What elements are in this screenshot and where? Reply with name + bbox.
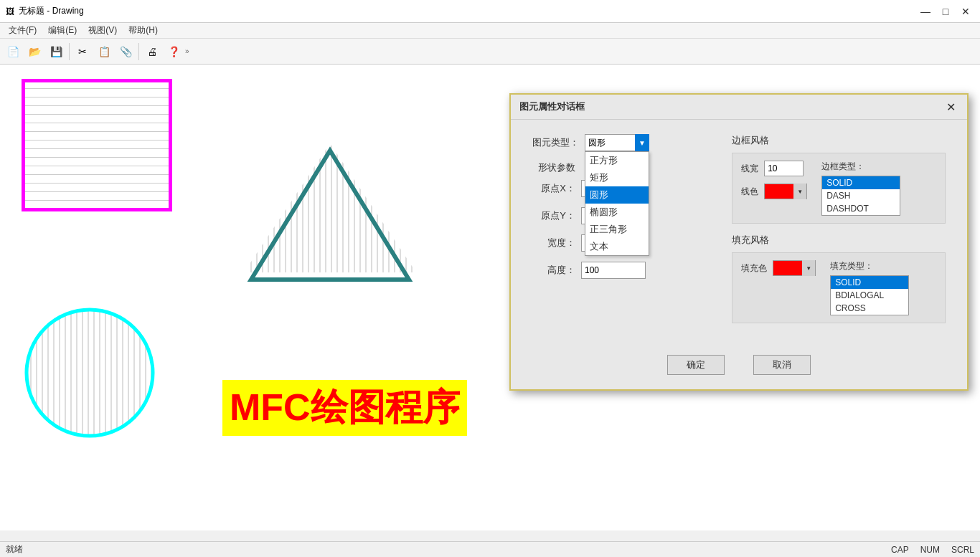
dialog-titlebar: 图元属性对话框 ✕ <box>511 95 967 120</box>
window-title: 无标题 - Drawing <box>19 5 84 17</box>
height-input[interactable] <box>581 262 646 279</box>
cancel-button[interactable]: 取消 <box>753 355 811 375</box>
toolbar-sep-1 <box>69 43 70 60</box>
toolbar-save[interactable]: 💾 <box>46 42 66 62</box>
fill-style-section: 填充色 ▼ 填充类型： SOLID BDIALOGAL CROSS <box>732 252 946 323</box>
dd-circle[interactable]: 圆形 <box>585 186 649 204</box>
toolbar: 📄 📂 💾 ✂ 📋 📎 🖨 ❓ » <box>0 39 980 65</box>
height-row: 高度： <box>532 262 710 279</box>
origin-y-label: 原点Y： <box>532 209 575 222</box>
dialog-content: 图元类型： 正方形 矩形 圆形 椭圆形 正三角形 文本 ▼ 正方形 矩形 <box>511 120 967 348</box>
status-ready: 就绪 <box>6 543 23 556</box>
height-label: 高度： <box>532 264 575 277</box>
titlebar-controls: — □ ✕ <box>917 3 974 20</box>
menu-edit[interactable]: 编辑(E) <box>42 23 83 38</box>
dialog-left-panel: 图元类型： 正方形 矩形 圆形 椭圆形 正三角形 文本 ▼ 正方形 矩形 <box>532 134 710 333</box>
element-type-select-container: 正方形 矩形 圆形 椭圆形 正三角形 文本 ▼ 正方形 矩形 圆形 椭圆形 <box>585 134 649 151</box>
border-width-input[interactable] <box>764 161 804 176</box>
border-width-label: 线宽 <box>741 163 758 175</box>
fill-color-select[interactable]: ▼ <box>773 260 816 276</box>
circle-svg <box>18 301 161 444</box>
fill-section-header: 填充风格 <box>732 234 946 247</box>
close-button[interactable]: ✕ <box>957 3 974 20</box>
border-type-solid[interactable]: SOLID <box>822 176 900 189</box>
fill-section-inner: 填充色 ▼ 填充类型： SOLID BDIALOGAL CROSS <box>741 260 936 315</box>
hlines <box>25 82 169 208</box>
app-icon: 🖼 <box>6 6 14 16</box>
fill-color-label: 填充色 <box>741 262 767 275</box>
titlebar-left: 🖼 无标题 - Drawing <box>6 5 84 17</box>
border-section-header: 边框风格 <box>732 134 946 147</box>
border-color-row: 线色 ▼ <box>741 184 807 199</box>
dialog-title: 图元属性对话框 <box>519 100 585 113</box>
shape-text: MFC绘图程序 <box>222 380 467 436</box>
border-color-label: 线色 <box>741 186 758 198</box>
titlebar: 🖼 无标题 - Drawing — □ ✕ <box>0 0 980 23</box>
fill-type-label: 填充类型： <box>830 260 909 272</box>
border-type-container: 边框类型： SOLID DASH DASHDOT <box>821 161 900 216</box>
circle-vlines <box>25 301 157 444</box>
fill-form: 填充色 ▼ <box>741 260 816 276</box>
toolbar-paste[interactable]: 📎 <box>116 42 136 62</box>
ok-button[interactable]: 确定 <box>667 355 725 375</box>
fill-type-container: 填充类型： SOLID BDIALOGAL CROSS <box>830 260 909 315</box>
dd-triangle[interactable]: 正三角形 <box>585 221 649 238</box>
minimize-button[interactable]: — <box>917 3 934 20</box>
status-cap: CAP <box>891 545 909 555</box>
menubar: 文件(F) 编辑(E) 视图(V) 帮助(H) <box>0 23 980 39</box>
dialog: 图元属性对话框 ✕ 图元类型： 正方形 矩形 圆形 椭圆形 正三角形 文本 ▼ <box>509 93 969 391</box>
status-num: NUM <box>920 545 940 555</box>
toolbar-help[interactable]: ❓ <box>164 42 184 62</box>
status-scrl: SCRL <box>951 545 974 555</box>
element-type-select[interactable]: 正方形 矩形 圆形 椭圆形 正三角形 文本 <box>585 134 649 151</box>
border-width-row: 线宽 <box>741 161 807 176</box>
border-form: 线宽 线色 ▼ <box>741 161 807 199</box>
statusbar-right: CAP NUM SCRL <box>891 545 974 555</box>
dialog-close-button[interactable]: ✕ <box>943 99 958 115</box>
dd-rect[interactable]: 矩形 <box>585 169 649 186</box>
border-section-inner: 线宽 线色 ▼ 边框类型： SOLID <box>741 161 936 216</box>
fill-type-listbox: SOLID BDIALOGAL CROSS <box>830 275 909 315</box>
triangle-outline <box>251 151 409 280</box>
mfc-text: MFC绘图程序 <box>230 386 460 428</box>
fill-color-arrow: ▼ <box>802 260 815 276</box>
border-type-dashdot[interactable]: DASHDOT <box>822 202 900 215</box>
fill-type-cross[interactable]: CROSS <box>831 302 908 315</box>
dialog-right-panel: 边框风格 线宽 线色 ▼ <box>732 134 946 333</box>
menu-file[interactable]: 文件(F) <box>3 23 42 38</box>
toolbar-open[interactable]: 📂 <box>24 42 44 62</box>
triangle-lines <box>251 143 412 287</box>
shape-circle <box>18 301 161 447</box>
menu-help[interactable]: 帮助(H) <box>123 23 164 38</box>
shape-triangle <box>244 143 416 303</box>
statusbar: 就绪 CAP NUM SCRL <box>0 541 980 557</box>
dd-text[interactable]: 文本 <box>585 238 649 255</box>
border-type-dash[interactable]: DASH <box>822 189 900 202</box>
border-color-select[interactable]: ▼ <box>764 184 807 199</box>
toolbar-copy[interactable]: 📋 <box>94 42 114 62</box>
toolbar-print[interactable]: 🖨 <box>142 42 162 62</box>
toolbar-more[interactable]: » <box>185 47 189 55</box>
triangle-svg <box>244 143 416 301</box>
dd-ellipse[interactable]: 椭圆形 <box>585 204 649 221</box>
toolbar-sep-2 <box>138 43 139 60</box>
fill-color-row: 填充色 ▼ <box>741 260 816 276</box>
element-type-label: 图元类型： <box>532 136 579 149</box>
fill-type-bdialogal[interactable]: BDIALOGAL <box>831 289 908 302</box>
origin-x-label: 原点X： <box>532 182 575 195</box>
border-style-section: 线宽 线色 ▼ 边框类型： SOLID <box>732 153 946 224</box>
maximize-button[interactable]: □ <box>937 3 954 20</box>
width-label: 宽度： <box>532 237 575 249</box>
toolbar-cut[interactable]: ✂ <box>72 42 93 62</box>
shape-params-label: 形状参数 <box>532 161 575 174</box>
border-color-arrow: ▼ <box>793 184 806 199</box>
dd-square[interactable]: 正方形 <box>585 152 649 169</box>
shape-rectangle <box>22 79 172 211</box>
element-type-row: 图元类型： 正方形 矩形 圆形 椭圆形 正三角形 文本 ▼ 正方形 矩形 <box>532 134 710 151</box>
dialog-buttons: 确定 取消 <box>511 355 967 375</box>
menu-view[interactable]: 视图(V) <box>83 23 123 38</box>
border-type-label: 边框类型： <box>821 161 900 173</box>
fill-type-solid[interactable]: SOLID <box>831 276 908 289</box>
border-type-listbox: SOLID DASH DASHDOT <box>821 176 900 216</box>
toolbar-new[interactable]: 📄 <box>3 42 23 62</box>
